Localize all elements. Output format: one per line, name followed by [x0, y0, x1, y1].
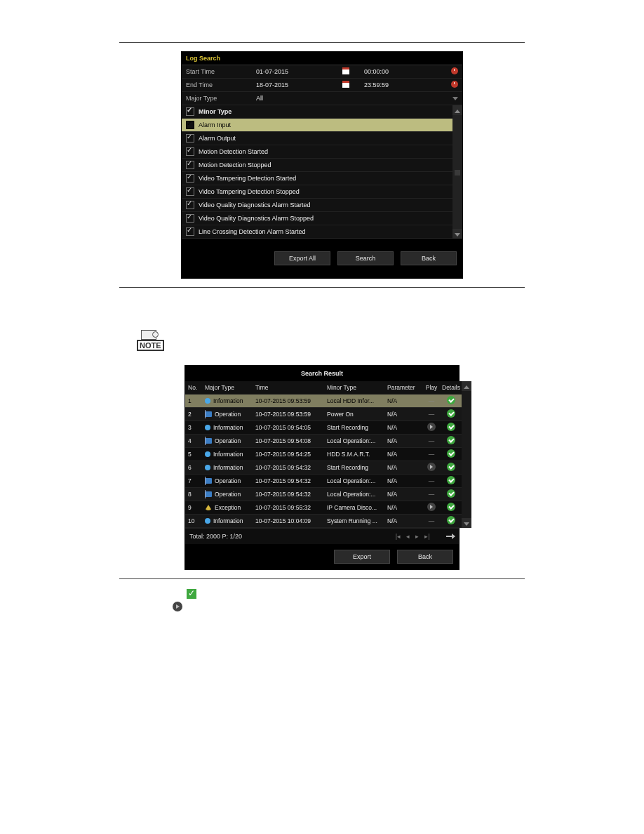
checkbox-icon[interactable] [186, 174, 194, 183]
minor-type-item[interactable]: Alarm Input [182, 119, 452, 132]
back-button[interactable]: Back [397, 550, 453, 564]
minor-type-item[interactable]: Video Tampering Detection Started [182, 172, 452, 185]
details-icon[interactable] [447, 396, 455, 404]
details-icon[interactable] [447, 489, 455, 498]
end-date-field[interactable]: 18-07-2015 [256, 81, 340, 88]
search-button[interactable]: Search [337, 251, 394, 265]
end-time-field[interactable]: 23:59:59 [364, 81, 427, 88]
minor-type-item[interactable]: Video Tampering Detection Stopped [182, 185, 452, 199]
clock-icon[interactable] [447, 81, 458, 89]
major-type-row: Major Type All [182, 92, 462, 105]
details-icon[interactable] [447, 449, 455, 458]
checkbox-icon[interactable] [186, 201, 194, 209]
export-all-button[interactable]: Export All [274, 251, 330, 265]
details-icon[interactable] [447, 423, 455, 431]
minor-type-item[interactable]: Video Quality Diagnostics Alarm Started [182, 199, 452, 212]
checkbox-icon[interactable] [186, 107, 194, 116]
details-icon[interactable] [447, 476, 455, 484]
cell-minor: Local Operation:... [327, 491, 387, 498]
note-icon: NOTE [137, 330, 162, 351]
pager-next-icon[interactable]: ▸ [415, 533, 419, 540]
checkbox-icon[interactable] [186, 161, 194, 169]
arrow-right-icon[interactable] [446, 536, 455, 537]
cell-major: Information [205, 424, 255, 431]
details-icon[interactable] [447, 436, 455, 444]
table-row[interactable]: 9 Exception10-07-2015 09:55:32IP Camera … [185, 501, 462, 515]
cell-play: — [422, 477, 441, 484]
minor-type-item-label: Motion Detection Stopped [199, 161, 271, 168]
major-type-select[interactable]: All [256, 95, 340, 102]
checkbox-icon[interactable] [186, 134, 194, 143]
table-row[interactable]: 8 Operation10-07-2015 09:54:32Local Oper… [185, 488, 462, 501]
scroll-up-icon[interactable] [462, 381, 471, 391]
minor-type-item[interactable]: Motion Detection Started [182, 145, 452, 159]
pager-last-icon[interactable]: ▸| [424, 533, 429, 540]
play-icon[interactable] [427, 423, 436, 431]
table-row[interactable]: 1 Information10-07-2015 09:53:59Local HD… [185, 395, 462, 408]
pager[interactable]: |◂ ◂ ▸ ▸| [396, 533, 455, 540]
scrollbar[interactable] [462, 381, 471, 528]
scroll-thumb[interactable] [455, 170, 460, 176]
cell-param: N/A [387, 451, 422, 458]
cell-param: N/A [387, 491, 422, 498]
minor-type-item[interactable]: Alarm Output [182, 132, 452, 145]
cell-param: N/A [387, 464, 422, 471]
minor-type-item-label: Video Quality Diagnostics Alarm Stopped [199, 215, 314, 222]
cell-details [441, 436, 462, 446]
minor-type-item[interactable]: Video Quality Diagnostics Alarm Stopped [182, 212, 452, 225]
details-icon[interactable] [447, 463, 455, 471]
cell-minor: Start Recording [327, 464, 387, 471]
checkbox-icon[interactable] [186, 147, 194, 156]
dash-icon: — [429, 451, 435, 458]
start-date-field[interactable]: 01-07-2015 [256, 68, 340, 75]
pager-first-icon[interactable]: |◂ [396, 533, 401, 540]
divider [119, 578, 525, 579]
scrollbar[interactable] [452, 105, 462, 239]
button-bar: Export Back [185, 544, 459, 569]
scroll-down-icon[interactable] [452, 229, 462, 239]
minor-type-header[interactable]: Minor Type [182, 105, 452, 119]
cell-major: Information [205, 517, 255, 524]
minor-type-item[interactable]: Motion Detection Stopped [182, 159, 452, 172]
table-row[interactable]: 6 Information10-07-2015 09:54:32Start Re… [185, 461, 462, 475]
clock-icon[interactable] [447, 67, 458, 76]
table-row[interactable]: 5 Information10-07-2015 09:54:25HDD S.M.… [185, 448, 462, 461]
dash-icon: — [429, 477, 435, 484]
cell-minor: IP Camera Disco... [327, 504, 387, 511]
start-time-field[interactable]: 00:00:00 [364, 68, 427, 75]
checkbox-icon[interactable] [186, 187, 194, 196]
minor-type-item[interactable]: Line Crossing Detection Alarm Started [182, 225, 452, 239]
cell-details [441, 463, 462, 472]
play-icon[interactable] [427, 463, 436, 471]
table-row[interactable]: 7 Operation10-07-2015 09:54:32Local Oper… [185, 475, 462, 488]
cell-play: — [422, 411, 441, 418]
checkbox-icon[interactable] [186, 121, 194, 129]
table-row[interactable]: 10 Information10-07-2015 10:04:09System … [185, 515, 462, 528]
start-time-row: Start Time 01-07-2015 00:00:00 [182, 65, 462, 79]
cell-no: 10 [185, 517, 205, 524]
cell-major: Operation [205, 411, 255, 418]
checkbox-icon[interactable] [186, 214, 194, 223]
scroll-down-icon[interactable] [462, 518, 471, 528]
details-icon[interactable] [447, 503, 455, 511]
dash-icon: — [429, 517, 435, 524]
calendar-icon[interactable] [340, 67, 351, 76]
chevron-down-icon[interactable] [447, 95, 458, 102]
cell-minor: HDD S.M.A.R.T. [327, 451, 387, 458]
details-icon[interactable] [447, 516, 455, 524]
play-icon[interactable] [427, 503, 436, 511]
export-button[interactable]: Export [334, 550, 390, 564]
cell-play [422, 423, 441, 432]
calendar-icon[interactable] [340, 81, 351, 89]
details-icon[interactable] [447, 409, 455, 418]
table-row[interactable]: 3 Information10-07-2015 09:54:05Start Re… [185, 421, 462, 435]
scroll-up-icon[interactable] [452, 105, 462, 115]
back-button[interactable]: Back [401, 251, 457, 265]
table-row[interactable]: 4 Operation10-07-2015 09:54:08Local Oper… [185, 435, 462, 448]
cell-time: 10-07-2015 09:54:25 [255, 451, 327, 458]
checkbox-icon[interactable] [186, 227, 194, 236]
dash-icon: — [429, 397, 435, 404]
cell-time: 10-07-2015 09:54:08 [255, 437, 327, 444]
table-row[interactable]: 2 Operation10-07-2015 09:53:59Power OnN/… [185, 408, 462, 421]
pager-prev-icon[interactable]: ◂ [406, 533, 410, 540]
